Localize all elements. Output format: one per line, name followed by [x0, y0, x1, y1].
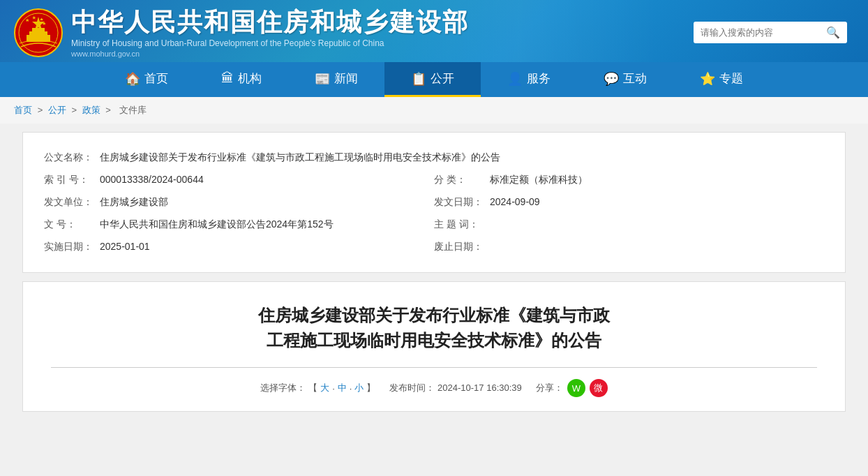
article-title: 住房城乡建设部关于发布行业标准《建筑与市政 工程施工现场临时用电安全技术标准》的…: [51, 303, 817, 353]
font-size-small[interactable]: 小: [354, 382, 364, 394]
font-size-bracket-close: 】: [366, 382, 375, 394]
nav-item-special[interactable]: ⭐ 专题: [673, 62, 770, 97]
doc-info-right: 分 类： 标准定额（标准科技） 发文日期： 2024-09-09 主 题 词： …: [434, 169, 824, 258]
article-box: 住房城乡建设部关于发布行业标准《建筑与市政 工程施工现场临时用电安全技术标准》的…: [22, 281, 846, 412]
doc-theme-label: 主 题 词：: [434, 218, 490, 231]
nav-label-interact: 互动: [623, 70, 647, 87]
doc-expiry-label: 废止日期：: [434, 241, 490, 253]
nav-label-special: 专题: [719, 70, 743, 87]
breadcrumb-public[interactable]: 公开: [48, 105, 66, 115]
publish-time-label: 发布时间：: [389, 382, 435, 393]
nav-label-service: 服务: [527, 70, 551, 87]
nav-label-news: 新闻: [334, 70, 358, 87]
font-size-mid[interactable]: 中: [338, 382, 347, 394]
doc-number-row: 文 号： 中华人民共和国住房和城乡建设部公告2024年第152号: [44, 214, 434, 236]
share-label: 分享：: [536, 382, 563, 394]
doc-impl-date-row: 实施日期： 2025-01-01: [44, 236, 434, 258]
logo-area: 中华人民共和国住房和城乡建设部 Ministry of Housing and …: [14, 7, 469, 58]
doc-index-value: 000013338/2024-00644: [100, 174, 434, 185]
site-header: 中华人民共和国住房和城乡建设部 Ministry of Housing and …: [0, 0, 868, 62]
publish-time-value: 2024-10-17 16:30:39: [437, 382, 522, 393]
search-box[interactable]: 🔍: [694, 22, 847, 43]
doc-info-box: 公文名称： 住房城乡建设部关于发布行业标准《建筑与市政工程施工现场临时用电安全技…: [22, 132, 846, 273]
home-icon: 🏠: [125, 71, 140, 87]
doc-issue-date-row: 发文日期： 2024-09-09: [434, 191, 824, 214]
search-icon[interactable]: 🔍: [826, 26, 840, 39]
doc-info-left: 索 引 号： 000013338/2024-00644 发文单位： 住房城乡建设…: [44, 169, 434, 258]
nav-item-interact[interactable]: 💬 互动: [577, 62, 673, 97]
site-title-cn: 中华人民共和国住房和城乡建设部: [71, 7, 469, 37]
publish-time: 发布时间： 2024-10-17 16:30:39: [389, 382, 521, 394]
doc-issue-date-label: 发文日期：: [434, 196, 490, 209]
nav-label-public: 公开: [431, 70, 454, 87]
font-size-controls: 选择字体： 【 大 · 中 · 小 】: [260, 382, 375, 394]
search-input[interactable]: [701, 27, 826, 38]
article-divider: [51, 367, 817, 368]
doc-issuing-unit-value: 住房城乡建设部: [100, 196, 434, 209]
nav-item-news[interactable]: 📰 新闻: [288, 62, 384, 97]
nav-item-org[interactable]: 🏛 机构: [195, 62, 288, 97]
wechat-share-icon[interactable]: W: [567, 379, 585, 397]
main-nav: 🏠 首页 🏛 机构 📰 新闻 📋 公开 👤 服务 💬 互动 ⭐ 专题: [0, 62, 868, 97]
special-icon: ⭐: [700, 71, 715, 87]
article-meta: 选择字体： 【 大 · 中 · 小 】 发布时间： 2024-10-17 16:…: [51, 379, 817, 397]
article-title-line2: 工程施工现场临时用电安全技术标准》的公告: [267, 331, 601, 350]
doc-category-value: 标准定额（标准科技）: [490, 174, 824, 186]
doc-expiry-row: 废止日期：: [434, 236, 824, 258]
font-size-large[interactable]: 大: [320, 382, 329, 394]
site-url: www.mohurd.gov.cn: [71, 50, 469, 58]
national-emblem: [14, 8, 63, 57]
breadcrumb-home[interactable]: 首页: [14, 105, 32, 115]
site-title-area: 中华人民共和国住房和城乡建设部 Ministry of Housing and …: [71, 7, 469, 58]
interact-icon: 💬: [604, 71, 619, 87]
doc-title-row: 公文名称： 住房城乡建设部关于发布行业标准《建筑与市政工程施工现场临时用电安全技…: [44, 147, 824, 169]
doc-index-label: 索 引 号：: [44, 174, 100, 186]
nav-label-home: 首页: [144, 70, 168, 87]
doc-info-grid: 索 引 号： 000013338/2024-00644 发文单位： 住房城乡建设…: [44, 169, 824, 258]
main-content: 公文名称： 住房城乡建设部关于发布行业标准《建筑与市政工程施工现场临时用电安全技…: [15, 132, 853, 412]
doc-theme-row: 主 题 词：: [434, 214, 824, 236]
font-size-sep1: ·: [332, 383, 335, 394]
breadcrumb-sep-1: >: [38, 105, 45, 115]
org-icon: 🏛: [221, 71, 234, 86]
font-size-sep2: ·: [350, 383, 352, 394]
doc-issuing-unit-row: 发文单位： 住房城乡建设部: [44, 191, 434, 214]
doc-issue-date-value: 2024-09-09: [490, 196, 824, 207]
doc-number-label: 文 号：: [44, 218, 100, 231]
site-title-en: Ministry of Housing and Urban-Rural Deve…: [71, 38, 469, 48]
doc-number-value: 中华人民共和国住房和城乡建设部公告2024年第152号: [100, 218, 434, 231]
breadcrumb: 首页 > 公开 > 政策 > 文件库: [0, 97, 868, 124]
nav-item-service[interactable]: 👤 服务: [481, 62, 577, 97]
share-icons: 分享： W 微: [536, 379, 608, 397]
doc-title-label: 公文名称：: [44, 151, 100, 164]
doc-issuing-unit-label: 发文单位：: [44, 196, 100, 209]
doc-category-row: 分 类： 标准定额（标准科技）: [434, 169, 824, 191]
service-icon: 👤: [507, 71, 523, 87]
news-icon: 📰: [315, 71, 330, 87]
doc-title-value: 住房城乡建设部关于发布行业标准《建筑与市政工程施工现场临时用电安全技术标准》的公…: [100, 151, 824, 164]
svg-rect-4: [32, 28, 45, 32]
breadcrumb-current: 文件库: [119, 105, 147, 115]
article-title-line1: 住房城乡建设部关于发布行业标准《建筑与市政: [258, 306, 610, 325]
doc-category-label: 分 类：: [434, 174, 490, 186]
nav-label-org: 机构: [238, 70, 262, 87]
breadcrumb-sep-3: >: [105, 105, 113, 115]
public-icon: 📋: [411, 71, 426, 87]
weibo-share-icon[interactable]: 微: [590, 379, 608, 397]
font-size-label: 选择字体：: [260, 382, 306, 394]
nav-item-home[interactable]: 🏠 首页: [98, 62, 195, 97]
search-area: 🔍: [694, 22, 847, 43]
doc-index-row: 索 引 号： 000013338/2024-00644: [44, 169, 434, 191]
nav-item-public[interactable]: 📋 公开: [384, 62, 481, 97]
breadcrumb-policy[interactable]: 政策: [82, 105, 100, 115]
breadcrumb-sep-2: >: [71, 105, 79, 115]
doc-impl-date-label: 实施日期：: [44, 241, 100, 253]
svg-rect-2: [27, 35, 50, 42]
doc-impl-date-value: 2025-01-01: [100, 241, 434, 252]
font-size-bracket-open: 【: [308, 382, 317, 394]
